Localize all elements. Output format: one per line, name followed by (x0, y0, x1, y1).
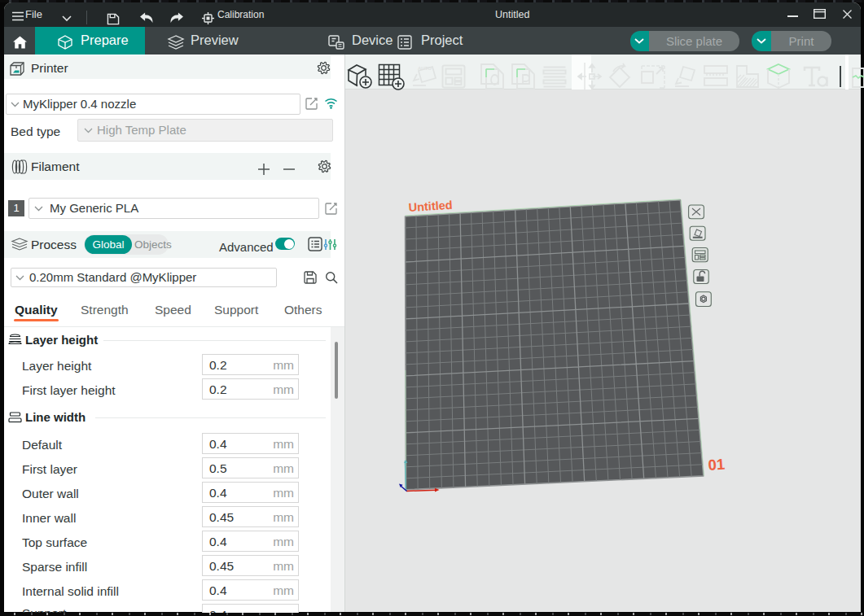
svg-text:Untitled: Untitled (408, 199, 453, 214)
svg-text:01: 01 (708, 456, 726, 474)
